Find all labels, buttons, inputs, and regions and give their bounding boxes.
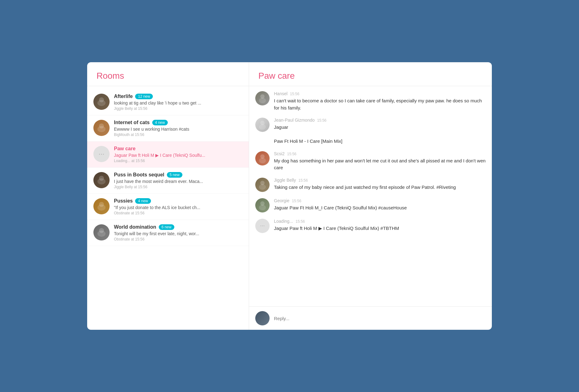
- chat-header: Paw care: [249, 62, 492, 86]
- room-name-row-pussies: Pussies4 new: [114, 198, 242, 204]
- svg-point-26: [259, 184, 266, 190]
- msg-content-msg-2: Jean-Paul Gizmondo15:56Jaguar Paw Ft Hol…: [274, 118, 486, 145]
- msg-time-msg-6: 15:56: [296, 219, 305, 224]
- msg-text-msg-3: My dog has something in her paw and won'…: [274, 157, 486, 171]
- room-name-internet-of-cats: Internet of cats: [114, 120, 150, 125]
- msg-avatar-msg-3: [255, 151, 270, 166]
- room-item-world-domination[interactable]: World domination6 newTonight will be my …: [87, 220, 249, 246]
- room-name-pussies: Pussies: [114, 198, 133, 204]
- msg-avatar-msg-6: ···: [255, 219, 270, 233]
- room-badge-puss-in-boots: 5 new: [167, 172, 182, 178]
- room-avatar-world-domination: [93, 224, 110, 240]
- room-badge-pussies: 4 new: [135, 198, 151, 204]
- msg-author-msg-6: Loading...: [274, 219, 293, 224]
- msg-time-msg-1: 15:56: [290, 92, 299, 96]
- room-badge-afterlife: 12 new: [135, 94, 153, 99]
- message-item-msg-6: ···Loading...15:56Jaguar Paw ft Holi M ▶…: [255, 219, 486, 233]
- room-preview-afterlife: looking at tig and clay like 'i hope u t…: [114, 100, 242, 105]
- room-preview-paw-care: Jaguar Paw ft Holi M ▶ I Care (TekniQ So…: [114, 153, 242, 158]
- msg-content-msg-6: Loading...15:56Jaguar Paw ft Holi M ▶ I …: [274, 219, 486, 232]
- msg-author-row-msg-4: Jiggle Belly15:56: [274, 178, 486, 183]
- room-item-puss-in-boots[interactable]: Puss in Boots sequel5 newI just have the…: [87, 168, 249, 194]
- room-name-row-world-domination: World domination6 new: [114, 224, 242, 230]
- room-avatar-afterlife: [93, 94, 110, 110]
- room-name-row-internet-of-cats: Internet of cats4 new: [114, 120, 242, 125]
- message-item-msg-4: Jiggle Belly15:56Taking care of my baby …: [255, 178, 486, 192]
- msg-time-msg-4: 15:56: [299, 178, 308, 183]
- room-info-puss-in-boots: Puss in Boots sequel5 newI just have the…: [114, 172, 242, 189]
- room-item-pussies[interactable]: Pussies4 new"If you just donate to the A…: [87, 194, 249, 220]
- room-name-row-puss-in-boots: Puss in Boots sequel5 new: [114, 172, 242, 178]
- msg-author-msg-5: Georgie: [274, 198, 290, 203]
- chat-title: Paw care: [258, 71, 482, 81]
- svg-point-2: [99, 97, 104, 102]
- msg-content-msg-5: Georgie15:56Jaguar Paw Ft Holi M_I Care …: [274, 198, 486, 212]
- msg-text-msg-6: Jaguar Paw ft Holi M ▶ I Care (TekniQ So…: [274, 225, 486, 232]
- msg-author-row-msg-3: Scsi215:56: [274, 151, 486, 156]
- msg-author-msg-3: Scsi2: [274, 151, 285, 156]
- msg-author-msg-4: Jiggle Belly: [274, 178, 296, 183]
- reply-area: [249, 306, 492, 330]
- rooms-list: Afterlife12 newlooking at tig and clay l…: [87, 86, 249, 330]
- room-name-paw-care: Paw care: [114, 146, 135, 152]
- rooms-header: Rooms: [87, 62, 249, 86]
- room-info-world-domination: World domination6 newTonight will be my …: [114, 224, 242, 241]
- room-item-paw-care[interactable]: ···Paw careJaguar Paw ft Holi M ▶ I Care…: [87, 142, 249, 168]
- msg-author-msg-1: Hansel: [274, 91, 288, 96]
- room-badge-internet-of-cats: 4 new: [152, 120, 168, 125]
- room-preview-puss-in-boots: I just have the most weird dream ever. M…: [114, 179, 242, 184]
- room-meta-pussies: Obstinate at 15:56: [114, 211, 242, 215]
- room-item-internet-of-cats[interactable]: Internet of cats4 newEwwww I see u worki…: [87, 115, 249, 142]
- msg-content-msg-1: Hansel15:56I can't wait to become a doct…: [274, 91, 486, 111]
- svg-point-17: [259, 98, 266, 103]
- app-container: Rooms Afterlife12 newlooking at tig and …: [87, 62, 492, 330]
- msg-avatar-msg-2: [255, 118, 270, 132]
- msg-time-msg-3: 15:56: [287, 152, 296, 156]
- room-name-row-afterlife: Afterlife12 new: [114, 94, 242, 99]
- room-info-paw-care: Paw careJaguar Paw ft Holi M ▶ I Care (T…: [114, 146, 242, 163]
- svg-point-23: [259, 158, 266, 163]
- room-avatar-internet-of-cats: [93, 120, 110, 136]
- msg-author-msg-2: Jean-Paul Gizmondo: [274, 118, 315, 123]
- room-name-afterlife: Afterlife: [114, 94, 133, 99]
- room-avatar-puss-in-boots: [93, 172, 110, 188]
- msg-author-row-msg-5: Georgie15:56: [274, 198, 486, 203]
- svg-point-29: [259, 205, 266, 210]
- rooms-panel: Rooms Afterlife12 newlooking at tig and …: [87, 62, 249, 330]
- room-preview-world-domination: Tonight will be my first ever late, nigh…: [114, 231, 242, 236]
- message-item-msg-5: Georgie15:56Jaguar Paw Ft Holi M_I Care …: [255, 198, 486, 212]
- msg-avatar-msg-1: [255, 91, 270, 105]
- messages-list: Hansel15:56I can't wait to become a doct…: [249, 86, 492, 306]
- room-preview-pussies: "If you just donate to the ALS ice bucke…: [114, 205, 242, 210]
- reply-input[interactable]: [274, 316, 486, 321]
- chat-panel: Paw care Hansel15:56I can't wait to beco…: [249, 62, 492, 330]
- room-meta-internet-of-cats: BigMouth at 15:56: [114, 133, 242, 137]
- room-preview-internet-of-cats: Ewwww I see u working Harrison #cats: [114, 127, 242, 132]
- msg-time-msg-5: 15:56: [292, 199, 301, 203]
- svg-point-20: [259, 124, 266, 130]
- room-avatar-paw-care: ···: [93, 146, 110, 162]
- room-item-afterlife[interactable]: Afterlife12 newlooking at tig and clay l…: [87, 89, 249, 115]
- msg-avatar-msg-4: [255, 178, 270, 192]
- room-avatar-pussies: [93, 198, 110, 214]
- room-info-afterlife: Afterlife12 newlooking at tig and clay l…: [114, 94, 242, 111]
- room-meta-puss-in-boots: Jiggle Belly at 15:56: [114, 185, 242, 189]
- svg-point-8: [99, 176, 104, 181]
- message-item-msg-2: Jean-Paul Gizmondo15:56Jaguar Paw Ft Hol…: [255, 118, 486, 145]
- rooms-title: Rooms: [96, 71, 239, 81]
- room-name-row-paw-care: Paw care: [114, 146, 242, 152]
- room-meta-paw-care: Loading... at 15:56: [114, 159, 242, 163]
- svg-point-5: [99, 124, 104, 128]
- msg-author-row-msg-1: Hansel15:56: [274, 91, 486, 96]
- reply-user-avatar: [255, 311, 270, 325]
- msg-author-row-msg-6: Loading...15:56: [274, 219, 486, 224]
- room-meta-afterlife: Jiggle Belly at 15:56: [114, 106, 242, 111]
- msg-avatar-msg-5: [255, 198, 270, 212]
- msg-text-msg-2: Jaguar Paw Ft Holi M - I Care [Main Mix]: [274, 124, 486, 145]
- msg-text-msg-1: I can't wait to become a doctor so I can…: [274, 97, 486, 111]
- room-name-puss-in-boots: Puss in Boots sequel: [114, 172, 164, 178]
- room-info-internet-of-cats: Internet of cats4 newEwwww I see u worki…: [114, 120, 242, 137]
- msg-author-row-msg-2: Jean-Paul Gizmondo15:56: [274, 118, 486, 123]
- svg-point-11: [99, 202, 104, 207]
- message-item-msg-1: Hansel15:56I can't wait to become a doct…: [255, 91, 486, 111]
